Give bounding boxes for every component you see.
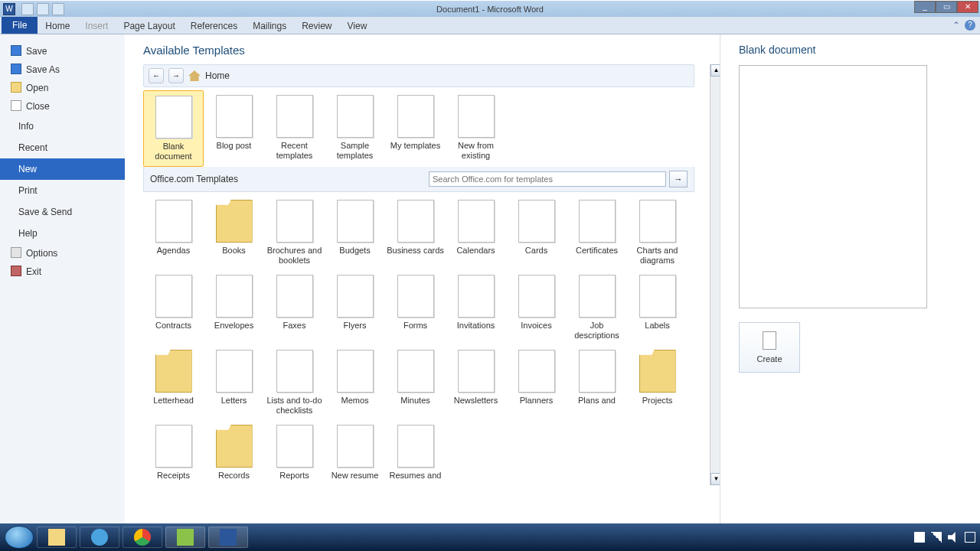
tray-flag-icon[interactable] — [914, 532, 925, 543]
category-letters[interactable]: Letters — [204, 345, 264, 420]
start-button[interactable] — [5, 526, 34, 549]
nav-close[interactable]: Close — [0, 97, 125, 116]
category-minutes[interactable]: Minutes — [385, 345, 446, 420]
category-job-descriptions[interactable]: Job descriptions — [567, 270, 627, 345]
close-doc-icon — [11, 100, 21, 111]
category-labels[interactable]: Labels — [627, 270, 688, 345]
file-tab[interactable]: File — [2, 16, 38, 34]
template-icon — [397, 95, 434, 138]
search-templates-input[interactable] — [429, 171, 666, 187]
category-books[interactable]: Books — [204, 195, 264, 270]
word-app-icon: W — [3, 3, 15, 15]
category-label: Forms — [385, 321, 446, 331]
minimize-ribbon-icon[interactable]: ⌃ — [952, 20, 960, 31]
category-envelopes[interactable]: Envelopes — [204, 270, 264, 345]
tab-references[interactable]: References — [183, 18, 245, 34]
create-button[interactable]: Create — [739, 322, 800, 373]
close-button[interactable]: ✕ — [957, 1, 978, 13]
minimize-button[interactable]: _ — [914, 1, 936, 13]
category-faxes[interactable]: Faxes — [264, 270, 325, 345]
category-charts-and-diagrams[interactable]: Charts and diagrams — [627, 195, 688, 270]
nav-info[interactable]: Info — [0, 116, 125, 137]
category-plans-and[interactable]: Plans and — [567, 345, 627, 420]
template-blank-document[interactable]: Blank document — [143, 90, 204, 167]
tab-home[interactable]: Home — [38, 18, 77, 34]
nav-options[interactable]: Options — [0, 244, 125, 262]
category-budgets[interactable]: Budgets — [325, 195, 385, 270]
category-brochures-and-booklets[interactable]: Brochures and booklets — [264, 195, 325, 270]
category-calendars[interactable]: Calendars — [446, 195, 506, 270]
category-records[interactable]: Records — [204, 420, 264, 485]
tab-review[interactable]: Review — [294, 18, 339, 34]
search-go-button[interactable]: → — [669, 171, 688, 187]
category-business-cards[interactable]: Business cards — [385, 195, 446, 270]
taskbar-camtasia[interactable] — [165, 527, 205, 548]
title-bar: W Document1 - Microsoft Word _ ▭ ✕ — [0, 0, 980, 17]
category-lists-and-to-do-checklists[interactable]: Lists and to-do checklists — [264, 345, 325, 420]
taskbar-explorer[interactable] — [37, 527, 77, 548]
maximize-button[interactable]: ▭ — [936, 1, 957, 13]
category-planners[interactable]: Planners — [506, 345, 567, 420]
local-templates-grid: Blank documentBlog postRecent templatesS… — [143, 90, 694, 167]
category-flyers[interactable]: Flyers — [325, 270, 385, 345]
category-label: Agendas — [143, 246, 204, 256]
tab-insert[interactable]: Insert — [77, 18, 116, 34]
nav-open[interactable]: Open — [0, 79, 125, 97]
category-certificates[interactable]: Certificates — [567, 195, 627, 270]
nav-recent[interactable]: Recent — [0, 137, 125, 158]
tab-view[interactable]: View — [340, 18, 375, 34]
category-invoices[interactable]: Invoices — [506, 270, 567, 345]
category-icon — [639, 275, 676, 318]
category-new-resume[interactable]: New resume — [325, 420, 385, 485]
nav-save[interactable]: Save — [0, 42, 125, 60]
category-icon — [276, 200, 313, 243]
nav-print[interactable]: Print — [0, 180, 125, 201]
category-reports[interactable]: Reports — [264, 420, 325, 485]
category-projects[interactable]: Projects — [627, 345, 688, 420]
breadcrumb-home[interactable]: Home — [205, 70, 230, 81]
template-new-from-existing[interactable]: New from existing — [446, 90, 506, 167]
category-icon — [216, 350, 253, 393]
template-label: Blog post — [204, 141, 264, 151]
category-resumes-and[interactable]: Resumes and — [385, 420, 446, 485]
tray-network-icon[interactable] — [931, 532, 942, 543]
category-forms[interactable]: Forms — [385, 270, 446, 345]
taskbar-ie[interactable] — [80, 527, 119, 548]
tab-mailings[interactable]: Mailings — [245, 18, 294, 34]
open-icon — [11, 82, 21, 93]
category-memos[interactable]: Memos — [325, 345, 385, 420]
nav-help[interactable]: Help — [0, 223, 125, 244]
template-blog-post[interactable]: Blog post — [204, 90, 264, 167]
qat-save-icon[interactable] — [21, 3, 34, 15]
taskbar-chrome[interactable] — [122, 527, 162, 548]
scroll-down-button[interactable]: ▼ — [710, 473, 720, 485]
nav-new[interactable]: New — [0, 158, 125, 180]
template-sample-templates[interactable]: Sample templates — [325, 90, 385, 167]
template-my-templates[interactable]: My templates — [385, 90, 446, 167]
nav-forward-button[interactable]: → — [168, 68, 184, 83]
home-icon[interactable] — [188, 70, 201, 81]
category-contracts[interactable]: Contracts — [143, 270, 204, 345]
category-receipts[interactable]: Receipts — [143, 420, 204, 485]
tray-volume-icon[interactable] — [948, 532, 959, 543]
templates-scrollbar[interactable]: ▲ ▼ — [710, 64, 720, 485]
tab-page-layout[interactable]: Page Layout — [116, 18, 182, 34]
category-invitations[interactable]: Invitations — [446, 270, 506, 345]
category-agendas[interactable]: Agendas — [143, 195, 204, 270]
category-cards[interactable]: Cards — [506, 195, 567, 270]
taskbar-word[interactable] — [208, 527, 248, 548]
category-letterhead[interactable]: Letterhead — [143, 345, 204, 420]
category-label: Letters — [204, 396, 264, 406]
template-icon — [276, 95, 313, 138]
tray-more-icon[interactable] — [965, 532, 975, 543]
nav-save-as[interactable]: Save As — [0, 60, 125, 79]
nav-save-send[interactable]: Save & Send — [0, 201, 125, 223]
qat-undo-icon[interactable] — [37, 3, 49, 15]
category-newsletters[interactable]: Newsletters — [446, 345, 506, 420]
scroll-up-button[interactable]: ▲ — [710, 64, 720, 77]
help-icon[interactable]: ? — [965, 20, 975, 31]
nav-back-button[interactable]: ← — [149, 68, 164, 83]
template-recent-templates[interactable]: Recent templates — [264, 90, 325, 167]
qat-redo-icon[interactable] — [52, 3, 64, 15]
nav-exit[interactable]: Exit — [0, 262, 125, 281]
